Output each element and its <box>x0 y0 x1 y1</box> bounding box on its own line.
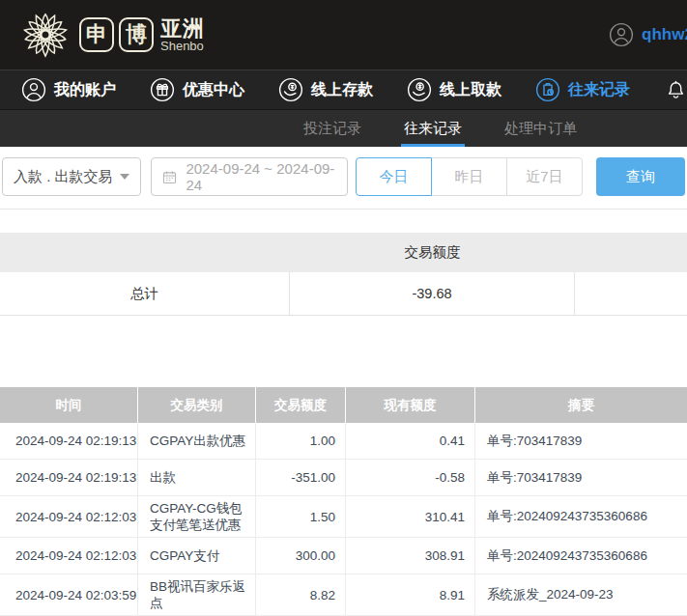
nav-item-label: 线上取款 <box>440 80 501 100</box>
cell-category: CGPAY支付 <box>138 538 256 574</box>
cell-amount: 8.82 <box>256 574 346 615</box>
sub-nav: 投注记录 往来记录 处理中订单 <box>0 109 687 147</box>
nav-item-promotions[interactable]: 优惠中心 <box>150 77 244 102</box>
brand-region: 亚洲 <box>160 17 205 40</box>
cell-summary: 单号:703417839 <box>475 423 687 459</box>
nav-item-messages[interactable]: 信息 <box>664 78 687 102</box>
cell-balance: 310.41 <box>346 496 475 537</box>
nav-item-deposit[interactable]: 线上存款 <box>278 77 373 102</box>
user-area: qhhw2 <box>609 0 687 70</box>
yesterday-button[interactable]: 昨日 <box>431 157 507 196</box>
summary-total-value: -39.68 <box>290 272 575 315</box>
table-row: 2024-09-24 02:19:13 出款 -351.00 -0.58 单号:… <box>0 460 687 496</box>
cell-time: 2024-09-24 02:19:13 <box>0 423 138 459</box>
filter-row: 入款 . 出款交易 2024-09-24 ~ 2024-09-24 今日 昨日 … <box>0 147 687 210</box>
date-range-value: 2024-09-24 ~ 2024-09-24 <box>186 160 337 193</box>
cell-time: 2024-09-24 02:03:59 <box>0 574 138 615</box>
flower-logo-icon <box>15 5 75 65</box>
table-row: 2024-09-24 02:12:03 CGPAY-CG钱包支付笔笔送优惠 1.… <box>0 496 687 538</box>
main-nav: 我的账户 优惠中心 线上存款 <box>0 70 687 109</box>
tab-label: 往来记录 <box>404 120 462 138</box>
username[interactable]: qhhw2 <box>642 25 687 44</box>
cell-category: 出款 <box>138 460 256 495</box>
account-icon <box>21 77 46 102</box>
cell-balance: -0.58 <box>346 460 475 495</box>
col-header-category: 交易类别 <box>138 387 256 423</box>
cell-time: 2024-09-24 02:12:03 <box>0 496 138 537</box>
cell-balance: 8.91 <box>346 574 475 615</box>
col-header-amount: 交易额度 <box>256 387 346 423</box>
brand-text: 亚洲 Shenbo <box>160 17 205 53</box>
cell-time: 2024-09-24 02:19:13 <box>0 460 138 495</box>
brand-subtitle: Shenbo <box>160 40 205 53</box>
tab-transaction-records[interactable]: 往来记录 <box>404 110 462 147</box>
transactions-table: 时间 交易类别 交易额度 现有额度 摘要 2024-09-24 02:19:13… <box>0 387 687 616</box>
cell-category: CGPAY-CG钱包支付笔笔送优惠 <box>138 496 256 537</box>
summary-total-label: 总计 <box>0 272 290 315</box>
today-button[interactable]: 今日 <box>356 157 432 196</box>
gift-icon <box>150 77 175 102</box>
table-row: 2024-09-24 02:03:59 BB视讯百家乐返点 8.82 8.91 … <box>0 574 687 616</box>
tab-pending-orders[interactable]: 处理中订单 <box>504 110 577 147</box>
nav-item-label: 优惠中心 <box>183 80 244 100</box>
col-header-time: 时间 <box>0 387 138 423</box>
nav-item-withdraw[interactable]: 线上取款 <box>407 77 501 102</box>
col-header-summary: 摘要 <box>475 387 687 423</box>
cell-balance: 0.41 <box>346 423 475 459</box>
search-button[interactable]: 查询 <box>596 157 685 196</box>
cell-balance: 308.91 <box>346 538 475 574</box>
col-header-balance: 现有额度 <box>346 387 475 423</box>
page: 申 博 亚洲 Shenbo qhhw2 <box>0 0 687 616</box>
calendar-icon <box>161 169 178 185</box>
nav-item-label: 我的账户 <box>54 80 116 100</box>
table-header-row: 时间 交易类别 交易额度 现有额度 摘要 <box>0 387 687 423</box>
logo-char-shen: 申 <box>79 17 114 52</box>
nav-item-label: 往来记录 <box>568 80 630 100</box>
nav-item-label: 线上存款 <box>311 80 373 100</box>
cell-category: CGPAY出款优惠 <box>138 423 256 459</box>
cell-amount: 1.00 <box>256 423 346 459</box>
table-row: 2024-09-24 02:19:13 CGPAY出款优惠 1.00 0.41 … <box>0 423 687 460</box>
chevron-down-icon <box>120 174 129 180</box>
cell-summary: 单号:703417839 <box>475 460 687 495</box>
cell-amount: -351.00 <box>256 460 346 495</box>
transaction-type-value: 入款 . 出款交易 <box>14 168 113 186</box>
table-row: 2024-09-24 02:12:03 CGPAY支付 300.00 308.9… <box>0 538 687 574</box>
date-range-input[interactable]: 2024-09-24 ~ 2024-09-24 <box>151 157 348 196</box>
nav-item-my-account[interactable]: 我的账户 <box>21 77 116 102</box>
brand-logo: 申 博 <box>79 17 154 52</box>
sub-nav-tabs: 投注记录 往来记录 处理中订单 <box>303 110 577 147</box>
records-icon <box>535 77 560 102</box>
cell-summary: 单号:202409243735360686 <box>475 496 687 537</box>
cell-summary: 单号:202409243735360686 <box>475 538 687 574</box>
tab-label: 投注记录 <box>303 120 361 138</box>
withdraw-icon <box>407 77 432 102</box>
cell-summary: 系统派发_2024-09-23 <box>475 574 687 615</box>
cell-time: 2024-09-24 02:12:03 <box>0 538 138 574</box>
tab-label: 处理中订单 <box>504 120 577 138</box>
cell-category: BB视讯百家乐返点 <box>138 574 256 615</box>
summary-empty-cell <box>575 272 687 315</box>
top-header: 申 博 亚洲 Shenbo qhhw2 <box>0 0 687 70</box>
summary-table: 交易额度 总计 -39.68 <box>0 233 687 316</box>
transaction-type-select[interactable]: 入款 . 出款交易 <box>2 157 141 196</box>
last-7-days-button[interactable]: 近7日 <box>506 157 583 196</box>
cell-amount: 300.00 <box>256 538 346 574</box>
tab-betting-records[interactable]: 投注记录 <box>303 110 361 147</box>
summary-header-title: 交易额度 <box>290 243 575 262</box>
summary-header-row: 交易额度 <box>0 233 687 272</box>
summary-body-row: 总计 -39.68 <box>0 272 687 316</box>
user-avatar-icon <box>609 22 634 47</box>
cell-amount: 1.50 <box>256 496 346 537</box>
quick-date-button-group: 今日 昨日 近7日 <box>356 157 583 196</box>
logo-char-bo: 博 <box>119 17 154 52</box>
nav-item-transaction-records[interactable]: 往来记录 <box>535 77 630 102</box>
deposit-icon <box>278 77 303 102</box>
bell-icon <box>664 78 687 102</box>
